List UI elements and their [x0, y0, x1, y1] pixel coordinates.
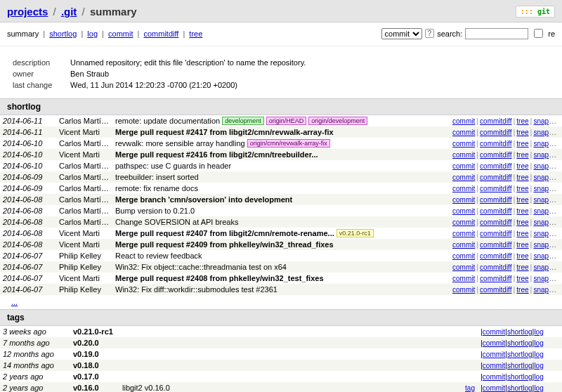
link-tree[interactable]: tree	[516, 174, 528, 181]
link-tree[interactable]: tree	[516, 230, 528, 237]
link-tag[interactable]: tag	[465, 384, 475, 392]
link-tree[interactable]: tree	[516, 275, 528, 282]
commit-message[interactable]: remote: update documentationdevelopmento…	[112, 115, 450, 126]
link-tree[interactable]: tree	[516, 162, 528, 170]
commit-message[interactable]: Merge pull request #2408 from phkelley/w…	[112, 273, 450, 284]
link-commit[interactable]: commit	[452, 117, 475, 125]
link-commit[interactable]: commit	[452, 151, 475, 159]
link-shortlog[interactable]: shortlog	[507, 384, 532, 392]
commit-message[interactable]: Change SOVERSION at API breaks	[112, 216, 450, 228]
nav-commit[interactable]: commit	[108, 30, 133, 38]
link-snapshot[interactable]: snapshot	[533, 207, 562, 215]
search-help-icon[interactable]: ?	[425, 29, 435, 38]
link-snapshot[interactable]: snapshot	[533, 274, 562, 282]
link-commit[interactable]: commit	[483, 384, 505, 392]
link-commitdiff[interactable]: commitdiff	[480, 174, 511, 181]
commit-message[interactable]: Win32: Fix object::cache::threadmania te…	[112, 261, 450, 273]
link-commitdiff[interactable]: commitdiff	[480, 230, 511, 237]
link-tree[interactable]: tree	[516, 185, 528, 192]
link-shortlog[interactable]: shortlog	[507, 373, 532, 381]
link-commitdiff[interactable]: commitdiff	[480, 275, 511, 282]
link-commit[interactable]: commit	[452, 185, 475, 192]
search-regex-checkbox[interactable]	[534, 29, 543, 38]
link-snapshot[interactable]: snapshot	[533, 240, 562, 249]
link-commit[interactable]: commit	[452, 252, 475, 260]
link-log[interactable]: log	[534, 373, 543, 381]
link-shortlog[interactable]: shortlog	[507, 362, 532, 370]
link-commit[interactable]: commit	[452, 140, 475, 148]
link-tree[interactable]: tree	[516, 286, 528, 294]
tag-name[interactable]: v0.20.0	[70, 337, 119, 348]
commit-message[interactable]: Merge pull request #2416 from libgit2/cm…	[112, 149, 450, 160]
link-commitdiff[interactable]: commitdiff	[480, 196, 511, 204]
link-log[interactable]: log	[534, 384, 543, 392]
commit-message[interactable]: Win32: Fix diff::workdir::submodules tes…	[112, 284, 450, 295]
link-commit[interactable]: commit	[452, 230, 475, 237]
link-snapshot[interactable]: snapshot	[533, 195, 562, 204]
link-shortlog[interactable]: shortlog	[507, 351, 532, 358]
link-log[interactable]: log	[534, 328, 543, 336]
nav-tree[interactable]: tree	[189, 30, 202, 38]
link-shortlog[interactable]: shortlog	[507, 339, 532, 347]
link-commitdiff[interactable]: commitdiff	[480, 286, 511, 294]
link-snapshot[interactable]: snapshot	[533, 173, 562, 181]
tag-name[interactable]: v0.16.0	[70, 382, 119, 392]
link-log[interactable]: log	[534, 339, 543, 347]
link-commitdiff[interactable]: commitdiff	[480, 162, 511, 170]
link-snapshot[interactable]: snapshot	[533, 117, 562, 125]
commit-message[interactable]: Merge branch 'cmn/soversion' into develo…	[112, 194, 450, 205]
link-snapshot[interactable]: snapshot	[533, 251, 562, 260]
ref-badge[interactable]: origin/cmn/revwalk-array-fix	[247, 139, 330, 148]
commit-message[interactable]: revwalk: more sensible array handlingori…	[112, 138, 450, 149]
ref-badge[interactable]: development	[222, 117, 264, 125]
link-commit[interactable]: commit	[483, 339, 505, 347]
link-shortlog[interactable]: shortlog	[507, 328, 532, 336]
link-tree[interactable]: tree	[516, 140, 528, 148]
link-commitdiff[interactable]: commitdiff	[480, 140, 511, 148]
link-tree[interactable]: tree	[516, 207, 528, 215]
commit-message[interactable]: treebuilder: insert sorted	[112, 171, 450, 183]
nav-log[interactable]: log	[87, 30, 98, 38]
breadcrumb-repo[interactable]: .git	[61, 6, 77, 18]
link-tree[interactable]: tree	[516, 241, 528, 249]
link-tree[interactable]: tree	[516, 252, 528, 260]
link-commit[interactable]: commit	[452, 162, 475, 170]
nav-commitdiff[interactable]: commitdiff	[143, 30, 178, 38]
nav-shortlog[interactable]: shortlog	[49, 30, 77, 38]
link-snapshot[interactable]: snapshot	[533, 184, 562, 192]
search-input[interactable]	[465, 28, 528, 39]
link-commit[interactable]: commit	[452, 174, 475, 181]
link-commitdiff[interactable]: commitdiff	[480, 117, 511, 125]
link-commit[interactable]: commit	[452, 218, 475, 226]
shortlog-more[interactable]: ...	[11, 298, 18, 306]
link-tree[interactable]: tree	[516, 263, 528, 271]
link-log[interactable]: log	[534, 351, 543, 358]
link-commit[interactable]: commit	[452, 207, 475, 215]
link-commitdiff[interactable]: commitdiff	[480, 218, 511, 226]
link-log[interactable]: log	[534, 362, 543, 370]
link-tree[interactable]: tree	[516, 151, 528, 159]
breadcrumb-projects[interactable]: projects	[7, 6, 48, 18]
link-commit[interactable]: commit	[452, 286, 475, 294]
commit-message[interactable]: Merge pull request #2407 from libgit2/cm…	[112, 228, 450, 239]
tag-name[interactable]: v0.18.0	[70, 360, 119, 371]
link-snapshot[interactable]: snapshot	[533, 263, 562, 271]
link-tree[interactable]: tree	[516, 218, 528, 226]
commit-message[interactable]: Merge pull request #2409 from phkelley/w…	[112, 239, 450, 250]
link-snapshot[interactable]: snapshot	[533, 139, 562, 148]
link-commit[interactable]: commit	[452, 241, 475, 249]
tag-name[interactable]: v0.19.0	[70, 348, 119, 360]
link-commit[interactable]: commit	[483, 362, 505, 370]
link-commit[interactable]: commit	[452, 275, 475, 282]
link-commit[interactable]: commit	[452, 129, 475, 136]
ref-badge[interactable]: origin/HEAD	[266, 117, 307, 125]
tag-name[interactable]: v0.21.0-rc1	[70, 326, 119, 337]
tag-name[interactable]: v0.17.0	[70, 371, 119, 382]
link-commitdiff[interactable]: commitdiff	[480, 263, 511, 271]
link-tree[interactable]: tree	[516, 196, 528, 204]
link-tree[interactable]: tree	[516, 117, 528, 125]
commit-message[interactable]: React to review feedback	[112, 250, 450, 261]
link-commitdiff[interactable]: commitdiff	[480, 151, 511, 159]
link-commit[interactable]: commit	[483, 373, 505, 381]
ref-badge[interactable]: v0.21.0-rc1	[336, 229, 374, 237]
